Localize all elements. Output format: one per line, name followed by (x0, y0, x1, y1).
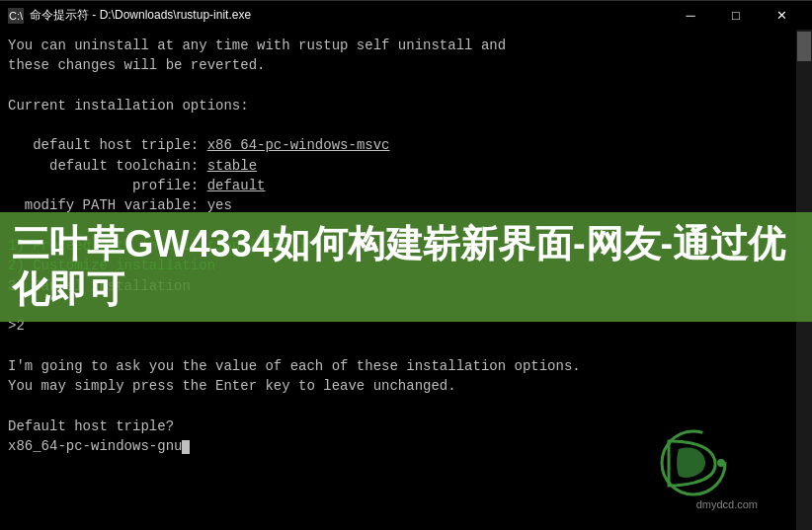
terminal-line-20: Default host triple? (8, 418, 174, 434)
terminal-line-18: You may simply press the Enter key to le… (8, 378, 456, 394)
terminal-line-2: these changes will be reverted. (8, 57, 265, 73)
host-triple-value: x86_64-pc-windows-msvc (207, 137, 390, 153)
minimize-button[interactable]: ─ (668, 1, 713, 31)
toolchain-value: stable (207, 158, 257, 174)
svg-point-1 (717, 459, 725, 467)
window-title: 命令提示符 - D:\Downloads\rustup-init.exe (30, 7, 668, 24)
banner-text: 三叶草GW4334如何构建崭新界面-网友-通过优化即可 (12, 222, 800, 312)
terminal-cursor (182, 440, 190, 454)
domain-label: dmydcd.com (696, 497, 758, 512)
app-icon: C:\ (8, 8, 24, 24)
window-controls: ─ □ ✕ (668, 1, 804, 31)
promo-banner: 三叶草GW4334如何构建崭新界面-网友-通过优化即可 (0, 212, 812, 322)
terminal-line-4: Current installation options: (8, 98, 249, 114)
terminal-line-17: I'm going to ask you the value of each o… (8, 358, 581, 374)
terminal-line-21: x86_64-pc-windows-gnu (8, 438, 182, 454)
terminal-line-1: You can uninstall at any time with rustu… (8, 38, 506, 53)
profile-value: default (207, 178, 266, 193)
close-button[interactable]: ✕ (759, 1, 804, 31)
scrollbar-thumb[interactable] (797, 32, 811, 61)
maximize-button[interactable]: □ (713, 1, 759, 31)
terminal-window: You can uninstall at any time with rustu… (0, 30, 812, 530)
logo-watermark (644, 421, 733, 500)
titlebar: C:\ 命令提示符 - D:\Downloads\rustup-init.exe… (0, 0, 812, 30)
